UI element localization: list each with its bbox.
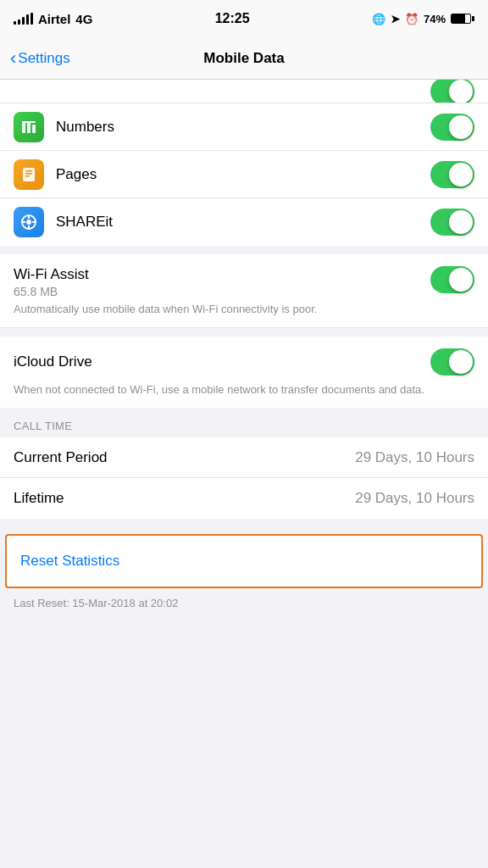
lifetime-value: 29 Days, 10 Hours xyxy=(355,490,474,507)
shareit-toggle[interactable] xyxy=(430,209,474,236)
pages-label: Pages xyxy=(56,166,430,183)
toggle-knob xyxy=(449,268,473,292)
svg-rect-0 xyxy=(22,121,25,133)
call-time-header: CALL TIME xyxy=(0,408,488,437)
location-icon: ➤ xyxy=(391,13,400,25)
list-item: Numbers xyxy=(0,103,488,151)
status-time: 12:25 xyxy=(215,11,250,26)
pages-toggle[interactable] xyxy=(430,161,474,188)
toggle-knob xyxy=(449,80,473,103)
content-area: Numbers Pages xyxy=(0,80,488,648)
wifi-assist-toggle[interactable] xyxy=(430,266,474,293)
carrier-label: Airtel xyxy=(38,12,70,26)
reset-statistics-button[interactable]: Reset Statistics xyxy=(7,536,481,587)
battery-percent: 74% xyxy=(424,13,446,25)
icloud-drive-title: iCloud Drive xyxy=(14,353,92,370)
icloud-drive-description: When not connected to Wi-Fi, use a mobil… xyxy=(14,382,474,398)
svg-rect-1 xyxy=(27,121,30,133)
last-reset-text: Last Reset: 15-Mar-2018 at 20:02 xyxy=(0,588,488,615)
current-period-label: Current Period xyxy=(14,449,108,466)
svg-rect-2 xyxy=(32,125,36,133)
status-bar: Airtel 4G 12:25 🌐 ➤ ⏰ 74% xyxy=(0,0,488,37)
globe-icon: 🌐 xyxy=(372,13,385,25)
top-partial-row xyxy=(0,80,488,103)
icloud-drive-section: iCloud Drive When not connected to Wi-Fi… xyxy=(0,337,488,408)
toggle-knob xyxy=(449,115,473,139)
svg-rect-6 xyxy=(25,173,32,175)
chevron-left-icon: ‹ xyxy=(10,49,16,68)
reset-statistics-label: Reset Statistics xyxy=(20,553,119,570)
apps-section: Numbers Pages xyxy=(0,103,488,246)
battery-icon xyxy=(451,14,474,24)
wifi-assist-title: Wi-Fi Assist xyxy=(14,266,89,283)
status-right: 🌐 ➤ ⏰ 74% xyxy=(372,13,474,25)
divider xyxy=(0,328,488,337)
wifi-assist-row: Wi-Fi Assist 65.8 MB Automatically use m… xyxy=(0,254,488,328)
network-label: 4G xyxy=(75,12,92,26)
svg-rect-5 xyxy=(25,170,32,172)
icloud-drive-row: iCloud Drive When not connected to Wi-Fi… xyxy=(0,337,488,408)
wifi-assist-section: Wi-Fi Assist 65.8 MB Automatically use m… xyxy=(0,254,488,328)
list-item: SHAREit xyxy=(0,198,488,246)
nav-bar: ‹ Settings Mobile Data xyxy=(0,37,488,80)
lifetime-label: Lifetime xyxy=(14,490,64,507)
lifetime-row: Lifetime 29 Days, 10 Hours xyxy=(0,478,488,519)
svg-rect-4 xyxy=(23,168,35,181)
divider xyxy=(0,246,488,254)
wifi-assist-usage: 65.8 MB xyxy=(14,285,89,298)
numbers-label: Numbers xyxy=(56,119,430,136)
svg-point-9 xyxy=(26,220,31,225)
back-label: Settings xyxy=(18,50,69,67)
numbers-toggle[interactable] xyxy=(430,114,474,141)
partial-toggle[interactable] xyxy=(430,80,474,103)
page-title: Mobile Data xyxy=(203,50,284,67)
alarm-icon: ⏰ xyxy=(405,13,419,25)
toggle-knob xyxy=(449,210,473,234)
call-time-section: Current Period 29 Days, 10 Hours Lifetim… xyxy=(0,437,488,519)
svg-rect-3 xyxy=(22,121,36,123)
list-item: Pages xyxy=(0,151,488,198)
signal-icon xyxy=(14,13,33,25)
shareit-app-icon xyxy=(14,207,44,237)
divider xyxy=(0,519,488,526)
reset-statistics-section: Reset Statistics xyxy=(5,534,483,588)
wifi-assist-description: Automatically use mobile data when Wi-Fi… xyxy=(14,302,474,317)
icloud-drive-toggle[interactable] xyxy=(430,348,474,376)
current-period-row: Current Period 29 Days, 10 Hours xyxy=(0,437,488,478)
pages-app-icon xyxy=(14,159,44,190)
current-period-value: 29 Days, 10 Hours xyxy=(355,449,474,466)
shareit-label: SHAREit xyxy=(56,214,430,231)
numbers-app-icon xyxy=(14,112,44,142)
back-button[interactable]: ‹ Settings xyxy=(10,49,70,68)
toggle-knob xyxy=(449,163,473,186)
status-left: Airtel 4G xyxy=(14,12,92,26)
toggle-knob xyxy=(449,350,473,374)
svg-rect-7 xyxy=(25,175,30,177)
